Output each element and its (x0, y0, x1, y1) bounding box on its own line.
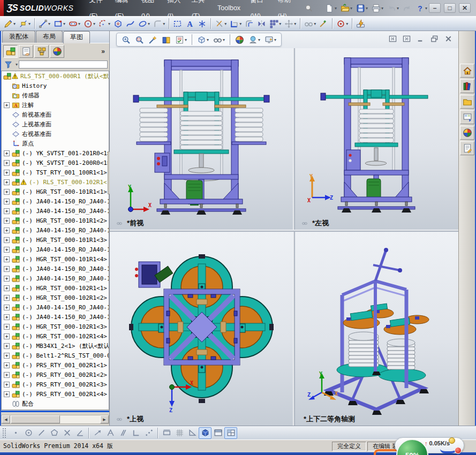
tree-item-component[interactable]: +(-) JA40-14-150_RO_JA40-14 (2, 302, 109, 312)
tree-item-component[interactable]: +(-) HGR_TST_000-102R1<1> (2, 283, 109, 293)
tree-item-assembly-root[interactable]: RLS_TST_000-000R1 (默认<默 (2, 71, 109, 81)
tree-item-component[interactable]: +(-) JA40-14-150_RO_JA40-14 (2, 206, 109, 216)
window-close-button[interactable]: ✕ (459, 3, 471, 13)
tree-expander[interactable]: + (4, 285, 10, 291)
doc-minimize-button[interactable] (415, 34, 425, 43)
dropdown-arrow-icon[interactable]: ▾ (279, 21, 281, 26)
dropdown-arrow-icon[interactable]: ▾ (78, 21, 80, 26)
dropdown-arrow-icon[interactable]: ▾ (48, 21, 50, 26)
menu-toolbox[interactable]: Toolbox (213, 0, 245, 16)
parallel-snap-button[interactable] (117, 427, 130, 439)
single-viewport-button[interactable] (211, 427, 224, 439)
filter-dropdown-icon[interactable]: ▾ (16, 62, 18, 67)
points-snap-button[interactable] (142, 427, 155, 439)
sketch-text-button[interactable]: A (184, 17, 196, 30)
tree-item-component[interactable]: +(-) HGR_TST_000-102R1<4> (2, 331, 109, 341)
edit-appearance-button[interactable] (233, 33, 246, 46)
dropdown-arrow-icon[interactable]: ▾ (314, 21, 316, 26)
dropdown-arrow-icon[interactable]: ▾ (63, 21, 65, 26)
tree-item-mates-folder[interactable]: 配合 (2, 399, 109, 408)
tree-item-component[interactable]: +(-) Belt1-2^RLS_TST_000-00 (2, 351, 109, 360)
circle-button[interactable]: ▾ (82, 17, 97, 30)
collapse-right-pane-button[interactable] (402, 34, 411, 43)
tree-item-front-plane[interactable]: 前视基准面 (2, 110, 109, 119)
tree-expander[interactable]: + (4, 324, 10, 330)
panel-overflow-chevron[interactable]: » (101, 48, 107, 55)
dropdown-arrow-icon[interactable]: ▾ (381, 6, 383, 11)
tree-item-component[interactable]: +(-) RLS_TST_000-102R1<1 (2, 177, 109, 187)
tree-splitter-bar[interactable] (1, 411, 109, 412)
straight-slot-button[interactable]: ▾ (67, 17, 82, 30)
tree-item-component[interactable]: +(-) JA40-14-150_RO_JA40-14 (2, 312, 109, 322)
horizontal-vertical-snap-button[interactable] (130, 427, 142, 439)
polygon-snap-button[interactable] (48, 427, 61, 439)
point-snap-button[interactable] (9, 427, 22, 439)
tree-item-component[interactable]: +(-) JA40-14-150_RO_JA40-14 (2, 264, 109, 274)
tree-expander[interactable]: + (4, 362, 10, 368)
tab-sketch[interactable]: 草图 (63, 31, 90, 43)
tree-expander[interactable]: + (4, 256, 10, 262)
configurationmanager-tab[interactable] (34, 45, 49, 58)
tree-expander[interactable]: + (4, 266, 10, 272)
dropdown-arrow-icon[interactable]: ▾ (223, 37, 225, 42)
spline-button[interactable] (124, 17, 137, 30)
appearances-manager-tab[interactable] (50, 45, 64, 58)
dropdown-arrow-icon[interactable]: ▾ (224, 21, 226, 26)
collapse-left-pane-button[interactable] (388, 34, 397, 43)
tree-item-component[interactable]: +(-) PRS_RTY_001_002R1<2> (2, 370, 109, 380)
dropdown-arrow-icon[interactable]: ▾ (185, 37, 187, 42)
tree-item-component[interactable]: +(-) MB34X1_2<1> (默认<默认 (2, 341, 109, 351)
custom-properties-tab[interactable] (460, 141, 474, 155)
new-document-button[interactable]: ▾ (323, 2, 338, 14)
toolbar-grip[interactable] (2, 428, 6, 438)
centerpoint-arc-button[interactable]: ▾ (97, 17, 112, 30)
tree-item-component[interactable]: +(-) YK_SVTST_001-200R0<1> (2, 158, 109, 168)
display-style-button[interactable]: ▾ (211, 33, 226, 46)
save-button[interactable]: ▾ (354, 2, 369, 14)
doc-close-button[interactable] (443, 34, 453, 43)
dropdown-arrow-icon[interactable]: ▾ (366, 6, 368, 11)
tangent-snap-button[interactable] (91, 427, 104, 439)
dropdown-arrow-icon[interactable]: ▾ (294, 21, 296, 26)
tree-item-component[interactable]: +(-) HGR_TST_000-101R1<2> (2, 216, 109, 225)
dropdown-arrow-icon[interactable]: ▾ (346, 21, 348, 26)
open-document-button[interactable]: ▾ (339, 2, 354, 14)
scroll-left-arrow[interactable]: ◀ (2, 415, 10, 423)
design-library-tab[interactable] (460, 79, 474, 93)
redo-button[interactable] (401, 2, 413, 14)
grid-snap-button[interactable] (173, 427, 186, 439)
tab-assembly[interactable]: 装配体 (2, 31, 35, 43)
ellipse-button[interactable]: ▾ (137, 17, 152, 30)
dropdown-arrow-icon[interactable]: ▾ (93, 21, 95, 26)
sketch-button[interactable]: ▾ (2, 17, 17, 30)
tab-layout[interactable]: 布局 (36, 31, 63, 43)
tree-item-component[interactable]: +(-) HGR_TST_000-101R1<1> (2, 187, 109, 196)
doc-restore-button[interactable] (429, 34, 439, 43)
offset-entities-button[interactable] (243, 17, 255, 30)
shaded-view-mode-button[interactable] (199, 427, 211, 439)
tree-item-component[interactable]: +(-) YK_SVTST_001-201R0<1> (2, 148, 109, 158)
overlay-red-dot[interactable] (455, 447, 462, 454)
filter-icon[interactable] (3, 58, 14, 71)
undo-button[interactable]: ▾ (386, 2, 401, 14)
tree-expander[interactable]: + (4, 247, 10, 253)
repair-sketch-button[interactable] (318, 17, 330, 30)
tree-item-history-folder[interactable]: History (2, 81, 109, 90)
tree-expander[interactable]: + (4, 199, 10, 204)
tree-expander[interactable]: + (4, 295, 10, 301)
tree-expander[interactable]: + (4, 179, 10, 185)
solidworks-resources-tab[interactable] (460, 64, 474, 78)
dropdown-arrow-icon[interactable]: ▾ (239, 21, 241, 26)
previous-view-button[interactable] (147, 33, 159, 46)
tree-item-component[interactable]: +(-) HGR_TST_000-101R1<4> (2, 254, 109, 264)
tree-expander[interactable]: + (4, 333, 10, 339)
tree-expander[interactable]: + (4, 208, 10, 214)
tree-item-component[interactable]: +(-) PRS_RTY_001_002R1<4> (2, 389, 109, 399)
tree-expander[interactable]: + (4, 170, 10, 176)
viewport-horizontal-splitter[interactable] (110, 230, 458, 232)
tree-expander[interactable]: + (4, 218, 10, 224)
point-button[interactable] (196, 17, 208, 30)
dropdown-arrow-icon[interactable]: ▾ (108, 21, 110, 26)
window-minimize-button[interactable]: – (429, 3, 441, 13)
tree-expander[interactable]: + (4, 276, 10, 282)
